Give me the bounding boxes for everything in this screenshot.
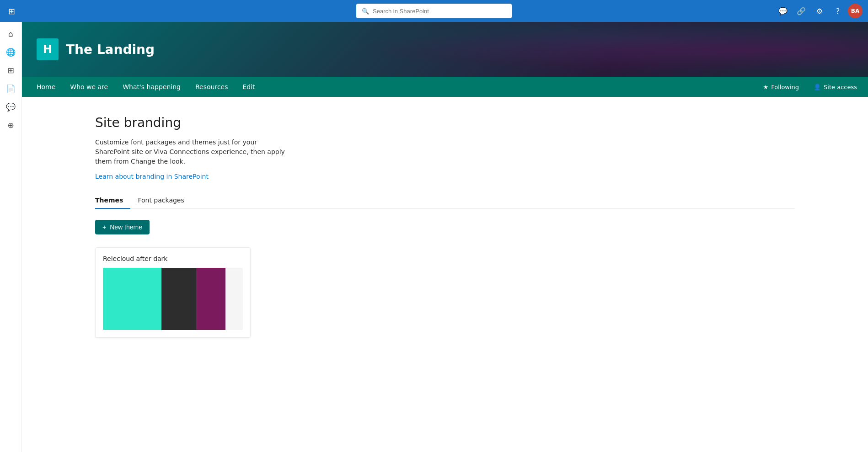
swatch-purple bbox=[196, 268, 225, 330]
new-theme-label: New theme bbox=[110, 223, 142, 231]
avatar[interactable]: BA bbox=[848, 4, 863, 18]
search-box: 🔍 bbox=[356, 4, 512, 18]
nav-item-whats-happening[interactable]: What's happening bbox=[115, 77, 188, 97]
plus-icon: + bbox=[102, 223, 106, 231]
tab-font-packages[interactable]: Font packages bbox=[138, 193, 191, 208]
site-access-button[interactable]: 👤 Site access bbox=[810, 84, 861, 90]
sidebar-grid-icon[interactable]: ⊞ bbox=[3, 62, 19, 79]
nav-item-home[interactable]: Home bbox=[29, 77, 63, 97]
sidebar-home-icon[interactable]: ⌂ bbox=[3, 26, 19, 42]
site-logo: H bbox=[37, 38, 59, 60]
tab-themes[interactable]: Themes bbox=[95, 193, 130, 208]
theme-card-name: Relecloud after dark bbox=[103, 255, 243, 262]
main-wrapper: H The Landing Home Who we are What's hap… bbox=[22, 22, 868, 452]
tabs: Themes Font packages bbox=[95, 193, 795, 209]
site-header-bg bbox=[276, 22, 868, 77]
waffle-icon[interactable]: ⊞ bbox=[5, 4, 18, 19]
new-theme-button[interactable]: + New theme bbox=[95, 220, 150, 234]
site-header: H The Landing bbox=[22, 22, 868, 77]
following-label: Following bbox=[771, 84, 799, 90]
learn-link[interactable]: Learn about branding in SharePoint bbox=[95, 173, 209, 180]
swatch-white bbox=[225, 268, 243, 330]
nav-left: Home Who we are What's happening Resourc… bbox=[29, 77, 263, 97]
network-icon[interactable]: 🔗 bbox=[793, 3, 809, 19]
search-input[interactable] bbox=[373, 8, 506, 15]
theme-swatches bbox=[103, 268, 243, 330]
nav-bar: Home Who we are What's happening Resourc… bbox=[22, 77, 868, 97]
theme-card[interactable]: Relecloud after dark bbox=[95, 247, 251, 338]
site-access-label: Site access bbox=[824, 84, 857, 90]
top-bar: ⊞ 🔍 💬 🔗 ⚙ ? BA bbox=[0, 0, 868, 22]
settings-icon[interactable]: ⚙ bbox=[811, 3, 828, 19]
top-bar-left: ⊞ bbox=[5, 4, 18, 19]
chat-icon[interactable]: 💬 bbox=[775, 3, 791, 19]
nav-item-who-we-are[interactable]: Who we are bbox=[63, 77, 115, 97]
swatch-dark bbox=[161, 268, 197, 330]
sidebar-document-icon[interactable]: 📄 bbox=[3, 80, 19, 97]
swatch-teal bbox=[103, 268, 161, 330]
sidebar-globe-icon[interactable]: 🌐 bbox=[3, 44, 19, 60]
sidebar: ⌂ 🌐 ⊞ 📄 💬 ⊕ bbox=[0, 22, 22, 452]
page-title: Site branding bbox=[95, 115, 795, 130]
content-area: Site branding Customize font packages an… bbox=[22, 97, 868, 452]
top-bar-right: 💬 🔗 ⚙ ? BA bbox=[775, 3, 863, 19]
page-description: Customize font packages and themes just … bbox=[95, 138, 287, 166]
site-title: The Landing bbox=[66, 42, 155, 57]
nav-item-resources[interactable]: Resources bbox=[188, 77, 236, 97]
nav-right: ★ Following 👤 Site access bbox=[760, 84, 861, 90]
sidebar-message-icon[interactable]: 💬 bbox=[3, 99, 19, 115]
star-icon: ★ bbox=[763, 84, 769, 90]
site-logo-letter: H bbox=[43, 43, 52, 56]
help-icon[interactable]: ? bbox=[830, 3, 846, 19]
nav-item-edit[interactable]: Edit bbox=[235, 77, 262, 97]
following-button[interactable]: ★ Following bbox=[760, 84, 803, 90]
search-icon: 🔍 bbox=[362, 8, 369, 15]
person-icon: 👤 bbox=[814, 84, 821, 90]
sidebar-add-icon[interactable]: ⊕ bbox=[3, 117, 19, 133]
